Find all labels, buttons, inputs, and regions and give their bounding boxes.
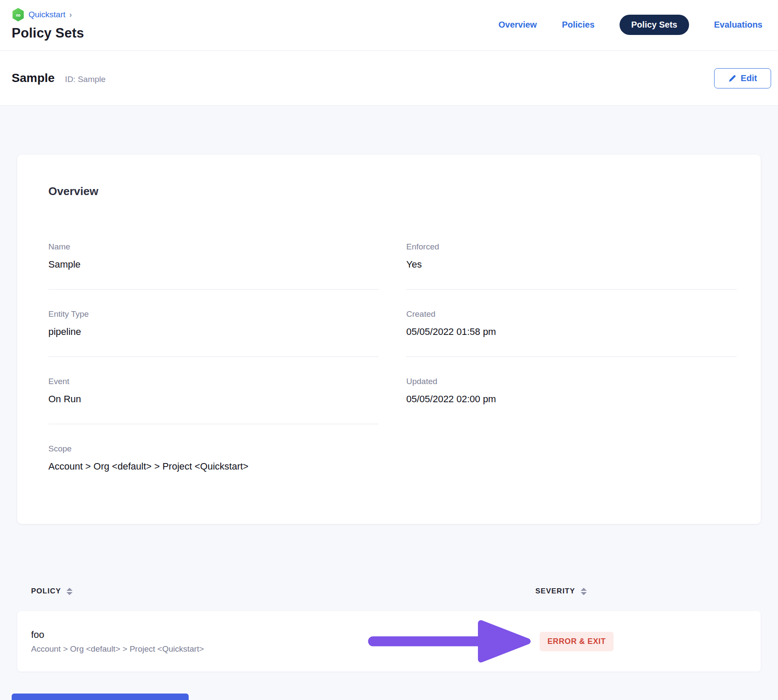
project-logo-icon: ∞ xyxy=(12,8,25,22)
edit-button-label: Edit xyxy=(741,73,757,83)
policy-name: foo xyxy=(31,629,535,640)
overview-right-column: Enforced Yes Created 05/05/2022 01:58 pm… xyxy=(406,242,737,472)
field-updated: Updated 05/05/2022 02:00 pm xyxy=(406,377,737,405)
field-value: Sample xyxy=(48,259,379,270)
tab-evaluations[interactable]: Evaluations xyxy=(714,20,762,30)
column-header-label: POLICY xyxy=(31,587,61,596)
tab-overview[interactable]: Overview xyxy=(498,20,537,30)
field-value: 05/05/2022 02:00 pm xyxy=(406,394,737,405)
tab-policy-sets-active[interactable]: Policy Sets xyxy=(620,15,689,35)
field-label: Event xyxy=(48,377,379,386)
field-value: On Run xyxy=(48,394,379,405)
field-name: Name Sample xyxy=(48,242,379,290)
table-row[interactable]: foo Account > Org <default> > Project <Q… xyxy=(17,611,761,672)
overview-card: Overview Name Sample Entity Type pipelin… xyxy=(17,155,761,524)
field-enforced: Enforced Yes xyxy=(406,242,737,290)
breadcrumb-project-link[interactable]: Quickstart xyxy=(28,10,66,19)
column-header-policy: POLICY xyxy=(31,587,535,596)
overview-left-column: Name Sample Entity Type pipeline Event O… xyxy=(48,242,379,472)
policy-cell: foo Account > Org <default> > Project <Q… xyxy=(31,629,535,654)
field-label: Name xyxy=(48,242,379,252)
top-nav: Overview Policies Policy Sets Evaluation… xyxy=(498,15,762,35)
field-created: Created 05/05/2022 01:58 pm xyxy=(406,309,737,357)
svg-text:∞: ∞ xyxy=(16,11,21,19)
table-header-row: POLICY SEVERITY xyxy=(17,587,761,596)
sort-icon[interactable] xyxy=(66,588,73,595)
severity-badge: ERROR & EXIT xyxy=(540,632,614,651)
field-value: pipeline xyxy=(48,326,379,337)
field-label: Created xyxy=(406,309,737,319)
policy-set-name: Sample xyxy=(12,71,55,85)
field-label: Scope xyxy=(48,444,379,454)
field-label: Entity Type xyxy=(48,309,379,319)
severity-cell: ERROR & EXIT xyxy=(535,632,747,651)
policy-set-id: ID: Sample xyxy=(65,75,106,84)
bottom-partial-bar xyxy=(12,694,189,700)
entity-subheader: Sample ID: Sample Edit xyxy=(0,51,778,106)
field-label: Enforced xyxy=(406,242,737,252)
top-header: ∞ Quickstart › Policy Sets Overview Poli… xyxy=(0,0,778,51)
column-header-severity: SEVERITY xyxy=(535,587,747,596)
field-event: Event On Run xyxy=(48,377,379,424)
sort-icon[interactable] xyxy=(581,588,587,595)
policy-scope: Account > Org <default> > Project <Quick… xyxy=(31,644,535,654)
breadcrumb-chevron-icon: › xyxy=(70,10,72,19)
field-value: Account > Org <default> > Project <Quick… xyxy=(48,461,379,472)
pencil-icon xyxy=(728,74,737,82)
field-entity-type: Entity Type pipeline xyxy=(48,309,379,357)
field-value: Yes xyxy=(406,259,737,270)
overview-card-title: Overview xyxy=(48,185,737,198)
policies-table: POLICY SEVERITY foo Account > Org <defau… xyxy=(17,587,761,672)
tab-policies[interactable]: Policies xyxy=(562,20,595,30)
field-value: 05/05/2022 01:58 pm xyxy=(406,326,737,337)
field-scope: Scope Account > Org <default> > Project … xyxy=(48,444,379,472)
column-header-label: SEVERITY xyxy=(535,587,575,596)
edit-button[interactable]: Edit xyxy=(714,68,771,88)
field-label: Updated xyxy=(406,377,737,386)
